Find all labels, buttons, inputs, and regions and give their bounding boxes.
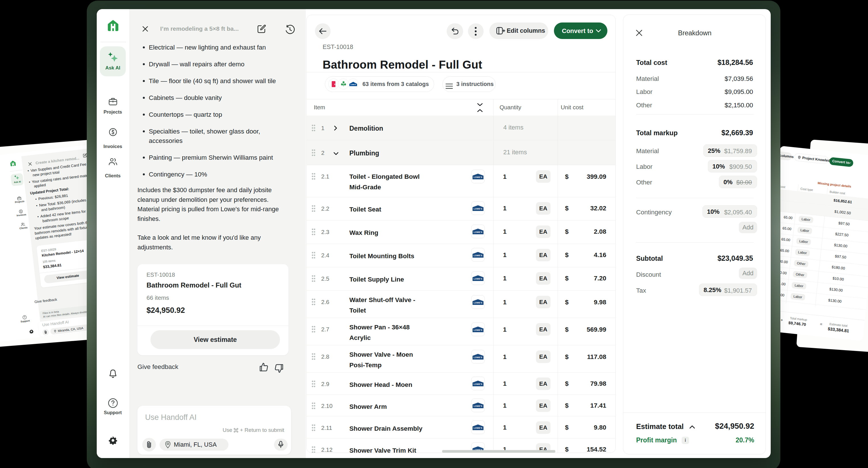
svg-text:LOWE'S: LOWE'S [350,84,356,85]
